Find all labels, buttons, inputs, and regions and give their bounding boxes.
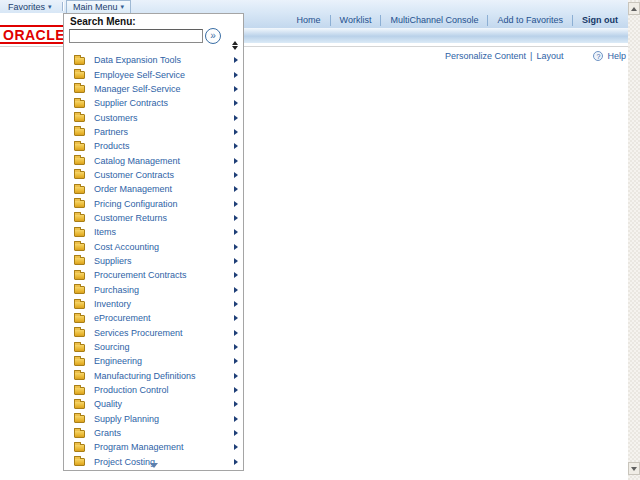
menu-search-input[interactable] [69,29,203,43]
menu-item-row[interactable]: Products [64,139,243,153]
folder-icon [74,257,85,265]
menu-item-row[interactable]: Manager Self-Service [64,82,243,96]
menu-item-label: Customer Contracts [94,170,174,180]
folder-icon [74,415,85,423]
favorites-menu-tab[interactable]: Favorites ▾ [2,0,58,13]
menu-item-row[interactable]: Program Management [64,440,243,454]
menu-item-label: Employee Self-Service [94,70,185,80]
menu-item-label: Pricing Configuration [94,199,178,209]
search-menu-label: Search Menu: [70,16,136,27]
menu-item-label: Procurement Contracts [94,270,187,280]
folder-icon [74,272,85,280]
menu-item-row[interactable]: Suppliers [64,254,243,268]
submenu-arrow-icon [234,57,238,63]
menu-item-label: eProcurement [94,313,151,323]
folder-icon [74,301,85,309]
menu-item-row[interactable]: eProcurement [64,311,243,325]
folder-icon [74,243,85,251]
menu-item-label: Manager Self-Service [94,84,181,94]
menu-item-row[interactable]: Sourcing [64,340,243,354]
chevron-down-icon: ▾ [121,3,125,11]
menu-item-row[interactable]: Customer Contracts [64,168,243,182]
folder-icon [74,358,85,366]
menu-item-label: Partners [94,127,128,137]
scrollbar-up-button[interactable] [628,2,640,15]
menu-item-row[interactable]: Procurement Contracts [64,268,243,282]
search-go-button[interactable]: » [205,28,221,44]
folder-icon [74,315,85,323]
menu-item-row[interactable]: Data Expansion Tools [64,53,243,67]
menu-item-row[interactable]: Partners [64,125,243,139]
submenu-arrow-icon [234,115,238,121]
menu-item-row[interactable]: Supplier Contracts [64,96,243,110]
menu-item-label: Purchasing [94,285,139,295]
menu-item-label: Catalog Management [94,156,180,166]
menu-item-row[interactable]: Supply Planning [64,412,243,426]
folder-icon [74,114,85,122]
folder-icon [74,157,85,165]
personalize-content-link[interactable]: Personalize Content [445,51,526,61]
nav-link-multichannel-console[interactable]: MultiChannel Console [390,15,478,25]
menu-item-row[interactable]: Customer Returns [64,211,243,225]
scrollbar-down-button[interactable] [628,462,640,475]
menu-item-label: Supplier Contracts [94,98,168,108]
submenu-arrow-icon [234,373,238,379]
chevron-down-icon: ▾ [48,3,52,11]
submenu-arrow-icon [234,301,238,307]
folder-icon [74,143,85,151]
menu-item-row[interactable]: Customers [64,110,243,124]
menu-item-row[interactable]: Employee Self-Service [64,67,243,81]
submenu-arrow-icon [234,315,238,321]
nav-link-home[interactable]: Home [297,15,321,25]
main-menu-tab[interactable]: Main Menu ▾ [66,0,131,13]
menu-item-row[interactable]: Order Management [64,182,243,196]
menu-item-row[interactable]: Cost Accounting [64,239,243,253]
vertical-scrollbar[interactable] [628,0,640,480]
nav-link-worklist[interactable]: Worklist [340,15,372,25]
help-icon[interactable]: ? [593,51,603,61]
menu-item-row[interactable]: Items [64,225,243,239]
menu-item-row[interactable]: Production Control [64,383,243,397]
folder-icon [74,329,85,337]
submenu-arrow-icon [234,416,238,422]
menu-item-row[interactable]: Inventory [64,297,243,311]
submenu-arrow-icon [234,358,238,364]
help-link[interactable]: Help [607,51,626,61]
nav-link-add-to-favorites[interactable]: Add to Favorites [497,15,563,25]
submenu-arrow-icon [234,272,238,278]
submenu-arrow-icon [234,158,238,164]
submenu-arrow-icon [234,444,238,450]
menu-item-label: Data Expansion Tools [94,55,181,65]
menu-item-row[interactable]: Quality [64,397,243,411]
menu-item-row[interactable]: Grants [64,426,243,440]
menu-item-label: Grants [94,428,121,438]
nav-link-sign-out[interactable]: Sign out [582,15,618,25]
menu-item-label: Inventory [94,299,131,309]
menu-item-row[interactable]: Pricing Configuration [64,196,243,210]
folder-icon [74,372,85,380]
menu-item-row[interactable]: Purchasing [64,283,243,297]
submenu-arrow-icon [234,344,238,350]
submenu-arrow-icon [234,258,238,264]
submenu-arrow-icon [234,229,238,235]
main-menu-label: Main Menu [73,2,118,12]
folder-icon [74,128,85,136]
menu-item-label: Items [94,227,116,237]
menu-item-row[interactable]: Services Procurement [64,326,243,340]
sort-menu-icon[interactable] [231,41,238,50]
menu-item-row[interactable]: Engineering [64,354,243,368]
folder-icon [74,214,85,222]
layout-link[interactable]: Layout [536,51,563,61]
menu-item-label: Sourcing [94,342,130,352]
menu-item-label: Services Procurement [94,328,183,338]
menu-item-row[interactable]: Manufacturing Definitions [64,369,243,383]
submenu-arrow-icon [234,401,238,407]
submenu-arrow-icon [234,387,238,393]
menu-item-row[interactable]: Catalog Management [64,153,243,167]
folder-icon [74,71,85,79]
submenu-arrow-icon [234,100,238,106]
folder-icon [74,200,85,208]
folder-icon [74,344,85,352]
menu-scroll-more-icon[interactable] [150,463,158,468]
folder-icon [74,286,85,294]
